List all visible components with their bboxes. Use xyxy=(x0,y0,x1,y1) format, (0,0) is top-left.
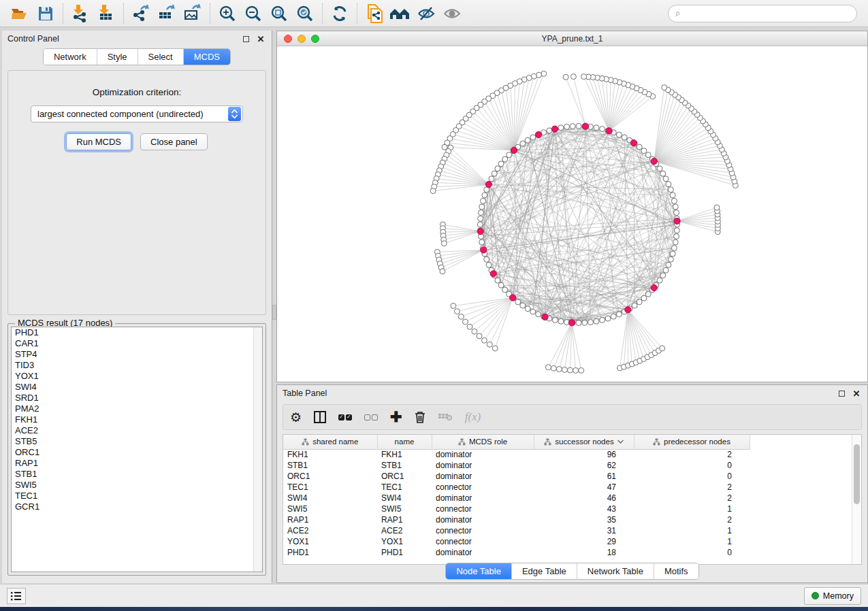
import-network-button[interactable] xyxy=(67,3,93,24)
graph-node[interactable] xyxy=(600,317,605,323)
network-canvas[interactable] xyxy=(277,46,867,382)
graph-node-mcds[interactable] xyxy=(485,182,492,188)
graph-node-mcds[interactable] xyxy=(481,247,487,253)
close-panel-button-mcds[interactable]: Close panel xyxy=(140,133,208,150)
graph-node[interactable] xyxy=(670,251,675,257)
graph-node[interactable] xyxy=(570,74,576,80)
graph-node[interactable] xyxy=(479,204,485,210)
close-table-panel-button[interactable]: ✕ xyxy=(851,388,862,399)
table-cell[interactable]: dominator xyxy=(432,460,534,471)
result-list-item[interactable]: STP4 xyxy=(12,349,262,360)
graph-node[interactable] xyxy=(525,306,530,312)
graph-node-mcds[interactable] xyxy=(490,271,496,277)
table-cell[interactable]: 96 xyxy=(534,449,634,460)
tab-select[interactable]: Select xyxy=(138,49,184,65)
close-panel-button[interactable]: ✕ xyxy=(255,33,266,44)
graph-node[interactable] xyxy=(657,166,662,171)
export-table-button[interactable] xyxy=(154,3,180,24)
graph-node[interactable] xyxy=(576,123,581,129)
function-builder-button[interactable]: f(x) xyxy=(465,410,481,424)
graph-node[interactable] xyxy=(570,124,575,129)
float-panel-button[interactable] xyxy=(240,33,251,44)
graph-node[interactable] xyxy=(594,318,599,324)
column-header-successor-nodes[interactable]: successor nodes xyxy=(534,435,634,449)
graph-node[interactable] xyxy=(600,127,605,132)
column-header-mcds-role[interactable]: MCDS role xyxy=(432,435,534,449)
graph-node[interactable] xyxy=(556,367,562,372)
table-cell[interactable]: dominator xyxy=(432,493,534,503)
graph-node[interactable] xyxy=(520,303,526,308)
table-cell[interactable]: dominator xyxy=(432,514,534,525)
graph-node[interactable] xyxy=(673,204,678,210)
graph-node[interactable] xyxy=(573,367,579,373)
table-cell[interactable]: 18 xyxy=(534,547,634,558)
table-cell[interactable]: 46 xyxy=(534,493,634,503)
graph-node-mcds[interactable] xyxy=(477,228,483,234)
graph-node[interactable] xyxy=(467,324,472,329)
table-cell[interactable]: 0 xyxy=(634,460,750,471)
table-cell[interactable]: 1 xyxy=(634,525,750,536)
graph-node[interactable] xyxy=(663,267,669,273)
graph-node[interactable] xyxy=(498,282,504,288)
table-cell[interactable]: SWI5 xyxy=(283,503,377,514)
table-cell[interactable]: 47 xyxy=(534,482,634,493)
result-list-item[interactable]: GCR1 xyxy=(12,501,262,512)
result-list-item[interactable]: YOX1 xyxy=(12,371,262,382)
table-cell[interactable]: ACE2 xyxy=(283,525,377,536)
table-cell[interactable]: 43 xyxy=(534,503,634,514)
select-all-button[interactable] xyxy=(338,414,352,420)
graph-node[interactable] xyxy=(582,320,588,325)
graph-node[interactable] xyxy=(552,317,558,323)
delete-row-button[interactable] xyxy=(415,411,425,424)
table-cell[interactable]: FKH1 xyxy=(283,449,377,460)
zoom-selected-button[interactable] xyxy=(292,3,318,24)
table-row[interactable]: SWI5SWI5connector431 xyxy=(283,503,852,514)
graph-node-mcds[interactable] xyxy=(630,139,637,146)
table-scrollbar-thumb[interactable] xyxy=(854,444,860,504)
graph-node[interactable] xyxy=(605,316,611,321)
graph-node[interactable] xyxy=(472,329,477,334)
table-cell[interactable]: STB1 xyxy=(283,460,377,471)
show-column-button[interactable] xyxy=(314,411,326,423)
column-header-predecessor-nodes[interactable]: predecessor nodes xyxy=(634,435,750,449)
tab-network[interactable]: Network xyxy=(44,49,97,65)
graph-node[interactable] xyxy=(462,319,468,325)
graph-node[interactable] xyxy=(616,312,622,317)
graph-node[interactable] xyxy=(576,320,581,326)
table-cell[interactable]: ACE2 xyxy=(377,525,432,536)
graph-node[interactable] xyxy=(660,171,666,176)
result-list-item[interactable]: TEC1 xyxy=(12,491,262,501)
graph-node[interactable] xyxy=(507,152,512,158)
show-all-button[interactable] xyxy=(439,3,465,24)
add-column-button[interactable]: ✚ xyxy=(390,409,402,425)
graph-node[interactable] xyxy=(663,176,669,182)
first-neighbors-button[interactable] xyxy=(387,3,413,24)
graph-node[interactable] xyxy=(486,262,492,267)
table-row[interactable]: STB1STB1dominator620 xyxy=(283,460,852,471)
graph-node[interactable] xyxy=(662,85,667,90)
graph-node[interactable] xyxy=(714,205,720,210)
graph-node[interactable] xyxy=(670,193,675,198)
table-cell[interactable]: dominator xyxy=(432,449,534,460)
graph-node[interactable] xyxy=(482,337,487,343)
table-cell[interactable]: YOX1 xyxy=(377,536,432,547)
table-row[interactable]: FKH1FKH1dominator962 xyxy=(283,449,852,460)
graph-node[interactable] xyxy=(492,171,497,176)
graph-node[interactable] xyxy=(558,125,564,131)
table-cell[interactable]: SWI4 xyxy=(377,493,432,503)
result-list-item[interactable]: PHD1 xyxy=(12,327,262,338)
graph-node[interactable] xyxy=(673,240,678,245)
table-cell[interactable]: connector xyxy=(432,525,534,536)
result-list-item[interactable]: SRD1 xyxy=(12,393,262,403)
graph-node[interactable] xyxy=(558,318,564,324)
table-cell[interactable]: SWI4 xyxy=(283,493,377,503)
search-input[interactable] xyxy=(685,9,850,18)
table-cell[interactable]: TEC1 xyxy=(283,482,377,493)
graph-node[interactable] xyxy=(487,342,492,347)
graph-node[interactable] xyxy=(666,262,671,267)
table-cell[interactable]: TEC1 xyxy=(377,482,432,493)
graph-node[interactable] xyxy=(495,278,500,283)
graph-node-mcds[interactable] xyxy=(651,284,657,291)
table-cell[interactable]: FKH1 xyxy=(377,449,432,460)
graph-node[interactable] xyxy=(495,166,500,171)
